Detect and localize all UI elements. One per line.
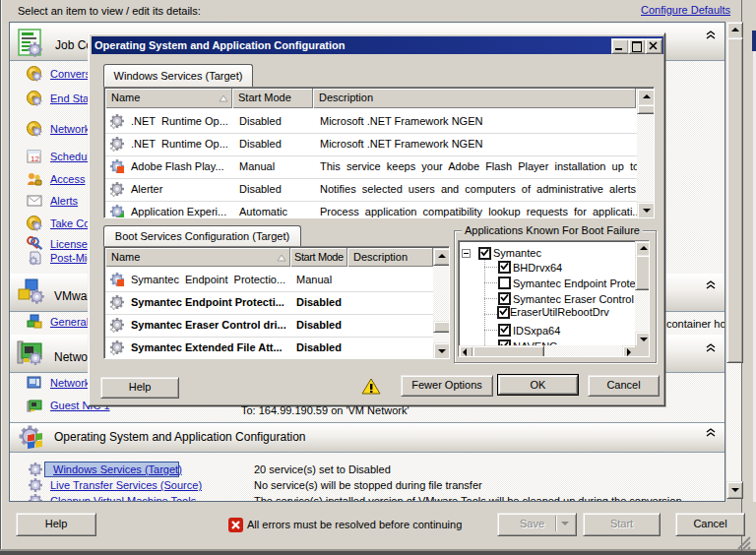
svg-text:12: 12 bbox=[31, 154, 39, 163]
